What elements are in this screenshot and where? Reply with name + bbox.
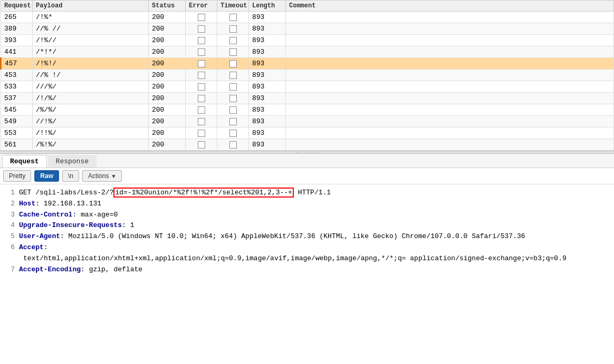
line-number: 5 — [5, 231, 15, 242]
col-header-comment: Comment — [286, 1, 614, 12]
cell-error — [186, 35, 217, 46]
cell-length: 893 — [249, 81, 286, 93]
error-checkbox[interactable] — [198, 141, 205, 149]
table-section: Request Payload Status Error Timeout Len… — [0, 0, 614, 151]
cell-payload: /!%* — [33, 12, 149, 23]
cell-comment — [286, 70, 614, 81]
table-row[interactable]: 265/!%*200893 — [1, 12, 614, 23]
table-row[interactable]: 537/!/%/200893 — [1, 93, 614, 104]
header-value: : gzip, deflate — [81, 265, 142, 273]
cell-timeout — [217, 93, 249, 104]
cell-comment — [286, 46, 614, 58]
pretty-button[interactable]: Pretty — [3, 170, 31, 182]
timeout-checkbox[interactable] — [229, 60, 237, 67]
request-body: 1GET /sqli-labs/Less-2/?id=-1%20union/*%… — [0, 184, 614, 345]
table-row[interactable]: 553/!!%/200893 — [1, 127, 614, 139]
table-row[interactable]: 393/!%//200893 — [1, 35, 614, 46]
error-checkbox[interactable] — [198, 95, 205, 102]
error-checkbox[interactable] — [198, 83, 205, 91]
timeout-checkbox[interactable] — [229, 83, 237, 91]
cell-request: 545 — [1, 104, 33, 116]
cell-payload: /!/%/ — [33, 93, 149, 104]
col-header-request: Request — [1, 1, 33, 12]
request-line: 3Cache-Control: max-age=0 — [5, 210, 609, 221]
table-row[interactable]: 545/%/%/200893 — [1, 104, 614, 116]
error-checkbox[interactable] — [198, 37, 205, 44]
cell-error — [186, 139, 217, 151]
cell-timeout — [217, 70, 249, 81]
line-number: 6 — [5, 242, 15, 253]
cell-error — [186, 104, 217, 116]
cell-payload: ///%/ — [33, 81, 149, 93]
error-checkbox[interactable] — [198, 48, 205, 56]
line-number: 2 — [5, 199, 15, 210]
cell-status: 200 — [149, 23, 186, 35]
table-row[interactable]: 441/*!*/200893 — [1, 46, 614, 58]
request-suffix: HTTP/1.1 — [294, 189, 331, 196]
header-value: : 1 — [122, 221, 134, 229]
cell-timeout — [217, 58, 249, 70]
error-checkbox[interactable] — [198, 118, 205, 125]
cell-status: 200 — [149, 139, 186, 151]
cell-request: 265 — [1, 12, 33, 23]
cell-payload: /%!%/ — [33, 139, 149, 151]
cell-request: 553 — [1, 127, 33, 139]
cell-request: 561 — [1, 139, 33, 151]
request-line: 6Accept: — [5, 242, 609, 253]
request-line: 4Upgrade-Insecure-Requests: 1 — [5, 220, 609, 231]
table-row[interactable]: 389//% //200893 — [1, 23, 614, 35]
table-row[interactable]: 453//% !/200893 — [1, 70, 614, 81]
cell-request: 457 — [1, 58, 33, 70]
error-checkbox[interactable] — [198, 130, 205, 137]
timeout-checkbox[interactable] — [229, 48, 237, 56]
cell-length: 893 — [249, 12, 286, 23]
table-row[interactable]: 533///%/200893 — [1, 81, 614, 93]
table-row[interactable]: 457/!%!/200893 — [1, 58, 614, 70]
error-checkbox[interactable] — [198, 72, 205, 79]
header-value: : 192.168.13.131 — [35, 200, 101, 208]
line-content: GET /sqli-labs/Less-2/?id=-1%20union/*%2… — [19, 188, 331, 199]
request-line: 1GET /sqli-labs/Less-2/?id=-1%20union/*%… — [5, 188, 609, 199]
error-checkbox[interactable] — [198, 25, 205, 33]
actions-button[interactable]: Actions ▼ — [82, 170, 122, 182]
cell-payload: /!%// — [33, 35, 149, 46]
cell-timeout — [217, 127, 249, 139]
header-key: Cache-Control — [19, 211, 72, 219]
divider-dots: · · · — [296, 150, 318, 155]
timeout-checkbox[interactable] — [229, 25, 237, 33]
toolbar: Pretty Raw \n Actions ▼ — [0, 168, 614, 184]
cell-request: 393 — [1, 35, 33, 46]
cell-request: 549 — [1, 116, 33, 127]
actions-arrow-icon: ▼ — [111, 173, 116, 179]
header-key: User-Agent — [19, 232, 60, 240]
table-row[interactable]: 561/%!%/200893 — [1, 139, 614, 151]
timeout-checkbox[interactable] — [229, 37, 237, 44]
request-line: text/html,application/xhtml+xml,applicat… — [5, 253, 609, 264]
header-key: Accept-Encoding — [19, 265, 81, 273]
tab-request[interactable]: Request — [2, 155, 47, 168]
cell-request: 453 — [1, 70, 33, 81]
table-row[interactable]: 549//!%/200893 — [1, 116, 614, 127]
cell-status: 200 — [149, 46, 186, 58]
line-content: Host: 192.168.13.131 — [19, 199, 101, 210]
error-checkbox[interactable] — [198, 60, 205, 67]
timeout-checkbox[interactable] — [229, 118, 237, 125]
cell-status: 200 — [149, 70, 186, 81]
cell-comment — [286, 58, 614, 70]
cell-length: 893 — [249, 23, 286, 35]
timeout-checkbox[interactable] — [229, 106, 237, 114]
timeout-checkbox[interactable] — [229, 14, 237, 21]
error-checkbox[interactable] — [198, 106, 205, 114]
cell-error — [186, 58, 217, 70]
timeout-checkbox[interactable] — [229, 130, 237, 137]
newline-button[interactable]: \n — [62, 170, 79, 182]
raw-button[interactable]: Raw — [34, 170, 59, 182]
timeout-checkbox[interactable] — [229, 141, 237, 149]
timeout-checkbox[interactable] — [229, 95, 237, 102]
cell-status: 200 — [149, 58, 186, 70]
error-checkbox[interactable] — [198, 14, 205, 21]
cell-request: 537 — [1, 93, 33, 104]
line-content: Upgrade-Insecure-Requests: 1 — [19, 220, 134, 231]
tab-response[interactable]: Response — [48, 155, 97, 168]
timeout-checkbox[interactable] — [229, 72, 237, 79]
